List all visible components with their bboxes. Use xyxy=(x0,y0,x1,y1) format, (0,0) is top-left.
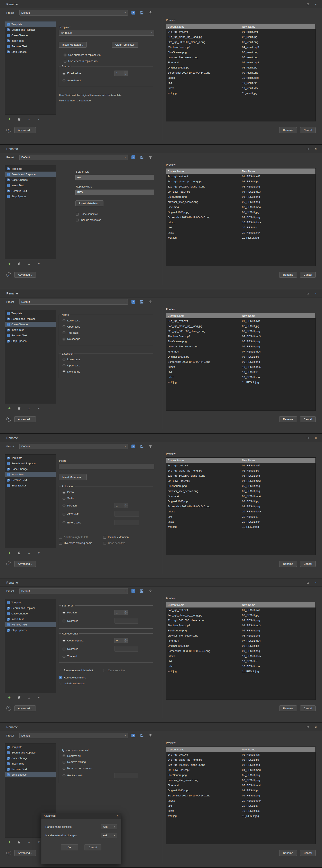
delete-preset-button[interactable] xyxy=(148,733,154,738)
spin-down-icon[interactable]: ▼ xyxy=(124,641,128,643)
delete-operation-button[interactable] xyxy=(15,406,23,411)
spin-down-icon[interactable]: ▼ xyxy=(124,73,128,76)
remove-rtl-checkbox[interactable] xyxy=(59,669,62,672)
the-end-radio[interactable] xyxy=(63,655,65,658)
overwrite-option[interactable]: Overwrite existing name xyxy=(59,541,103,545)
preset-select[interactable]: Default ▾ xyxy=(20,155,128,160)
operation-checkbox[interactable]: ✓ xyxy=(7,601,10,604)
ext-no-change-radio[interactable] xyxy=(63,370,65,373)
sidebar-item-search-and-replace[interactable]: ✓Search and Replace xyxy=(5,461,56,466)
cancel-button[interactable]: Cancel xyxy=(300,272,316,278)
ext-uppercase-radio[interactable] xyxy=(63,364,65,367)
advanced-button[interactable]: Advanced... xyxy=(14,416,36,422)
sidebar-item-insert-text[interactable]: ✓Insert Text xyxy=(5,38,56,43)
include-extension-checkbox[interactable] xyxy=(59,682,62,685)
prefix-option[interactable]: Prefix xyxy=(63,491,150,494)
remove-consecutive-radio[interactable] xyxy=(63,767,65,770)
start-delimiter-input[interactable] xyxy=(115,618,138,624)
remove-all-radio[interactable] xyxy=(63,754,65,757)
extension-changes-select[interactable]: Ask ▾ xyxy=(101,833,117,838)
rename-button[interactable]: Rename xyxy=(279,272,297,278)
use-numbers-radio[interactable] xyxy=(64,54,66,56)
sidebar-item-template[interactable]: ✓Template xyxy=(5,311,56,316)
name-no-change-option[interactable]: No change xyxy=(63,337,150,340)
column-header-new-name[interactable]: New Name xyxy=(240,313,316,318)
include-extension-checkbox[interactable] xyxy=(76,219,79,221)
sidebar-item-template[interactable]: ✓Template xyxy=(5,744,56,750)
sidebar-item-template[interactable]: ✓Template xyxy=(5,600,56,605)
remove-delimiters-checkbox[interactable]: ✓ xyxy=(59,676,62,679)
count-equals-option[interactable]: Count equals: 0 ▲▼ xyxy=(63,638,150,643)
column-header-new-name[interactable]: New Name xyxy=(240,747,316,752)
sidebar-item-template[interactable]: ✓Template xyxy=(5,22,56,27)
preset-menu-button[interactable]: ▾ xyxy=(130,443,136,449)
close-button[interactable]: × xyxy=(314,436,318,440)
preset-select[interactable]: Default ▾ xyxy=(20,588,128,594)
remove-all-option[interactable]: Remove all xyxy=(63,754,150,757)
replace-with-option[interactable]: Replace with: xyxy=(63,773,150,778)
operation-checkbox[interactable]: ✓ xyxy=(7,768,10,771)
sidebar-item-strip-spaces[interactable]: ✓Strip Spaces xyxy=(5,49,56,55)
insert-metadata-button[interactable]: Insert Metadata... xyxy=(59,474,87,480)
position-option[interactable]: Position: 1 ▲▼ xyxy=(63,503,150,508)
replace-input[interactable]: RES xyxy=(75,190,154,195)
operation-checkbox[interactable]: ✓ xyxy=(7,23,10,26)
sidebar-item-remove-text[interactable]: ✓Remove Text xyxy=(5,188,56,194)
operation-checkbox[interactable]: ✓ xyxy=(7,179,10,181)
sidebar-item-strip-spaces[interactable]: ✓Strip Spaces xyxy=(5,338,56,344)
operation-checkbox[interactable]: ✓ xyxy=(7,45,10,48)
advanced-button[interactable]: Advanced... xyxy=(14,127,36,133)
remove-rtl-option[interactable]: Remove from right to left xyxy=(59,669,103,672)
sidebar-item-case-change[interactable]: ✓Case Change xyxy=(5,32,56,38)
include-extension-option[interactable]: Include extension xyxy=(103,535,159,538)
advanced-button[interactable]: Advanced... xyxy=(14,272,36,278)
column-header-current-name[interactable]: Current Name xyxy=(166,24,240,29)
replace-with-radio[interactable] xyxy=(63,774,65,777)
ext-lowercase-radio[interactable] xyxy=(63,358,65,361)
operation-checkbox[interactable]: ✓ xyxy=(7,28,10,31)
maximize-button[interactable]: □ xyxy=(305,725,310,729)
add-operation-button[interactable]: + xyxy=(5,695,13,700)
after-text-radio[interactable] xyxy=(63,513,65,516)
add-operation-button[interactable]: + xyxy=(5,261,13,267)
save-preset-button[interactable] xyxy=(139,588,145,594)
help-button[interactable]: ? xyxy=(6,850,11,855)
spin-down-icon[interactable]: ▼ xyxy=(124,505,128,508)
sidebar-item-search-and-replace[interactable]: ✓Search and Replace xyxy=(5,316,56,322)
position-spinner[interactable]: 1 ▲▼ xyxy=(115,610,128,615)
the-end-option[interactable]: The end xyxy=(63,655,150,658)
close-button[interactable]: × xyxy=(314,291,318,295)
name-uppercase-option[interactable]: Uppercase xyxy=(63,325,150,328)
column-header-current-name[interactable]: Current Name xyxy=(166,602,240,608)
ext-no-change-option[interactable]: No change xyxy=(63,370,150,373)
after-text-input[interactable] xyxy=(115,511,139,517)
remove-trailing-radio[interactable] xyxy=(63,761,65,764)
add-rtl-option[interactable]: Add from right to left xyxy=(59,535,103,538)
sidebar-item-search-and-replace[interactable]: ✓Search and Replace xyxy=(5,605,56,611)
save-preset-button[interactable] xyxy=(139,10,145,16)
use-numbers-option[interactable]: Use numbers to replace #'s xyxy=(64,53,159,56)
operation-checkbox[interactable]: ✓ xyxy=(7,468,10,470)
operation-checkbox[interactable]: ✓ xyxy=(7,184,10,187)
remove-consecutive-option[interactable]: Remove consecutive xyxy=(63,767,150,770)
add-rtl-checkbox[interactable] xyxy=(59,536,62,538)
fixed-value-option[interactable]: Fixed value 1 ▲▼ xyxy=(63,70,150,76)
operation-checkbox[interactable]: ✓ xyxy=(7,484,10,487)
sidebar-item-search-and-replace[interactable]: ✓Search and Replace xyxy=(5,27,56,32)
rename-button[interactable]: Rename xyxy=(279,416,297,422)
preset-menu-button[interactable]: ▾ xyxy=(130,299,136,305)
name-no-change-radio[interactable] xyxy=(63,338,65,340)
rename-button[interactable]: Rename xyxy=(279,561,297,567)
close-button[interactable]: × xyxy=(314,2,318,6)
column-header-current-name[interactable]: Current Name xyxy=(166,458,240,463)
operation-checkbox[interactable]: ✓ xyxy=(7,457,10,460)
position-radio[interactable] xyxy=(63,611,65,614)
until-delimiter-input[interactable] xyxy=(115,646,138,652)
preset-select[interactable]: Default ▾ xyxy=(20,10,128,16)
clear-templates-button[interactable]: Clear Templates xyxy=(111,42,138,48)
save-preset-button[interactable] xyxy=(139,733,145,738)
until-delimiter-radio[interactable] xyxy=(63,648,65,650)
case-sensitive-checkbox[interactable] xyxy=(76,213,79,216)
add-operation-button[interactable]: + xyxy=(5,550,13,556)
sidebar-item-insert-text[interactable]: ✓Insert Text xyxy=(5,761,56,766)
